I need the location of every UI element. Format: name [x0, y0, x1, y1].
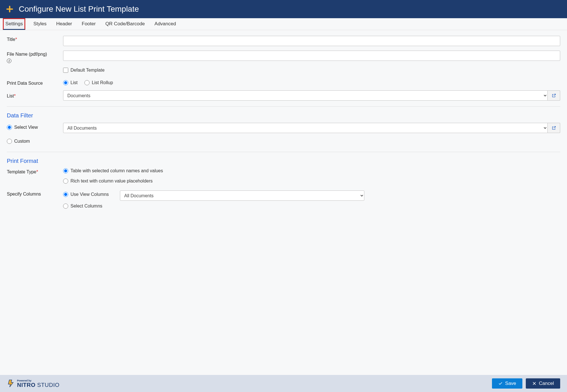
title-input[interactable]: [63, 36, 560, 46]
filter-custom-row[interactable]: Custom: [7, 139, 63, 144]
filter-select-view-row[interactable]: Select View: [7, 125, 63, 130]
data-filter-title: Data Filter: [7, 112, 560, 119]
data-source-list-row[interactable]: List: [63, 80, 78, 85]
required-marker: *: [15, 37, 17, 42]
filter-custom-radio[interactable]: [7, 139, 12, 144]
tab-styles[interactable]: Styles: [32, 18, 48, 30]
columns-view-radio[interactable]: [63, 192, 68, 197]
filename-label: File Name (pdf/png) i: [7, 51, 63, 63]
list-open-external-button[interactable]: [548, 90, 560, 101]
view-select[interactable]: All Documents: [63, 123, 548, 133]
list-select[interactable]: Documents: [63, 90, 548, 101]
divider: [7, 152, 560, 152]
default-template-label: Default Template: [70, 68, 105, 73]
filter-select-view-radio[interactable]: [7, 125, 12, 130]
data-source-rollup-row[interactable]: List Rollup: [84, 80, 113, 85]
tabs-bar: Settings Styles Header Footer QR Code/Ba…: [0, 18, 567, 30]
title-label: Title*: [7, 36, 63, 42]
view-open-external-button[interactable]: [548, 123, 560, 133]
template-type-table-row[interactable]: Table with selected column names and val…: [63, 168, 560, 173]
columns-select-radio[interactable]: [63, 204, 68, 209]
template-type-richtext-radio[interactable]: [63, 179, 68, 184]
content-area: Title* File Name (pdf/png) i Default Tem…: [0, 30, 567, 224]
data-source-list-radio[interactable]: [63, 80, 68, 85]
info-icon[interactable]: i: [7, 59, 11, 63]
template-type-richtext-row[interactable]: Rich text with column value placeholders: [63, 179, 560, 184]
tab-qrcode-barcode[interactable]: QR Code/Barcode: [104, 18, 147, 30]
page-header: Configure New List Print Template: [0, 0, 567, 18]
print-data-source-label: Print Data Source: [7, 80, 63, 86]
specify-columns-label: Specify Columns: [7, 190, 63, 197]
data-source-rollup-radio[interactable]: [84, 80, 90, 85]
tab-advanced[interactable]: Advanced: [153, 18, 178, 30]
default-template-checkbox[interactable]: [63, 68, 68, 73]
template-type-table-radio[interactable]: [63, 168, 68, 173]
tab-footer[interactable]: Footer: [80, 18, 97, 30]
plus-icon: [6, 5, 14, 13]
view-columns-select[interactable]: All Documents: [120, 190, 364, 201]
tab-settings[interactable]: Settings: [3, 18, 25, 30]
divider: [7, 106, 560, 107]
filename-input[interactable]: [63, 51, 560, 61]
tab-header[interactable]: Header: [55, 18, 74, 30]
print-format-title: Print Format: [7, 158, 560, 164]
template-type-label: Template Type*: [7, 168, 63, 175]
page-title: Configure New List Print Template: [19, 5, 139, 14]
default-template-row[interactable]: Default Template: [63, 68, 560, 73]
columns-view-row[interactable]: Use View Columns: [63, 192, 114, 197]
columns-select-row[interactable]: Select Columns: [63, 204, 560, 209]
list-label: List*: [7, 92, 63, 99]
external-link-icon: [552, 126, 556, 130]
external-link-icon: [552, 93, 556, 98]
